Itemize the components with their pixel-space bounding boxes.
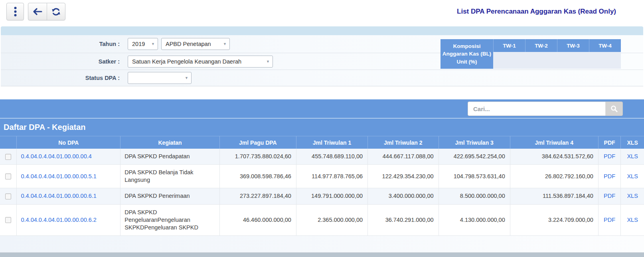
chevron-down-icon: ▼ <box>182 76 188 80</box>
kegiatan-cell: DPA SKPKD PengeluaranPengeluaran SKPKDPe… <box>121 204 220 235</box>
back-button[interactable] <box>28 3 47 20</box>
pagu-cell: 369.008.598.786,46 <box>219 165 296 188</box>
header-jml-triwulan-2[interactable]: Jml Triwulan 2 <box>368 136 439 149</box>
tab-tw-2[interactable]: TW-2 <box>525 39 557 52</box>
grid-title-bar: Daftar DPA - Kegiatan <box>0 118 644 136</box>
tw1-cell: 455.748.689.110,00 <box>296 149 367 165</box>
tw4-cell: 111.536.897.184,40 <box>510 188 598 204</box>
kebab-menu-icon <box>14 6 17 17</box>
tw4-cell: 26.802.792.160,00 <box>510 165 598 188</box>
tab-tw-4[interactable]: TW-4 <box>589 39 621 52</box>
tw2-cell: 3.400.000.000,00 <box>368 188 439 204</box>
header-pdf[interactable]: PDF <box>598 136 620 149</box>
table-row: 0.4.04.0.4.04.01.00.00.00.5.1 DPA SKPKD … <box>0 165 644 188</box>
header-checkbox-col <box>0 136 17 149</box>
search-button[interactable] <box>605 102 623 116</box>
kegiatan-cell: DPA SKPKD Belanja Tidak Langsung <box>121 165 220 188</box>
header-jml-triwulan-4[interactable]: Jml Triwulan 4 <box>510 136 598 149</box>
nav-button-group <box>28 3 65 20</box>
row-checkbox[interactable] <box>5 154 11 160</box>
tw1-cell: 2.365.000.000,00 <box>296 204 367 235</box>
dpa-table: No DPA Kegiatan Jml Pagu DPA Jml Triwula… <box>0 136 644 236</box>
dpa-number-link[interactable]: 0.4.04.0.4.04.01.00.00.00.6.1 <box>21 193 96 199</box>
xls-link[interactable]: XLS <box>627 217 638 223</box>
tw3-cell: 422.695.542.254,00 <box>439 149 510 165</box>
kegiatan-cell: DPA SKPKD Penerimaan <box>121 188 220 204</box>
header-xls[interactable]: XLS <box>621 136 644 149</box>
apbd-value: APBD Penetapan <box>166 41 211 47</box>
tw3-cell: 104.798.573.631,40 <box>439 165 510 188</box>
page-title: List DPA Perencanaan Agggaran Kas (Read … <box>457 8 616 16</box>
empty-footer-row <box>0 236 644 253</box>
satker-select[interactable]: Satuan Kerja Pengelola Keuangan Daerah ▼ <box>128 56 273 68</box>
dpa-number-link[interactable]: 0.4.04.0.4.04.01.00.00.00.5.1 <box>21 173 96 179</box>
status-dpa-select[interactable]: ▼ <box>128 72 192 84</box>
page: List DPA Perencanaan Agggaran Kas (Read … <box>0 0 644 257</box>
table-header-row: No DPA Kegiatan Jml Pagu DPA Jml Triwula… <box>0 136 644 149</box>
status-dpa-label: Status DPA : <box>1 75 124 81</box>
apbd-select[interactable]: APBD Penetapan ▼ <box>161 38 230 50</box>
header-kegiatan[interactable]: Kegiatan <box>121 136 220 149</box>
quarter-tabs: Komposisi Anggaran Kas (BL) Unit (%) TW-… <box>441 39 621 69</box>
filter-row-status: Status DPA : ▼ <box>1 70 643 86</box>
pdf-link[interactable]: PDF <box>604 153 615 159</box>
tw2-cell: 122.429.354.230,00 <box>368 165 439 188</box>
search-icon <box>610 105 618 113</box>
pdf-link[interactable]: PDF <box>604 217 615 223</box>
header-jml-triwulan-3[interactable]: Jml Triwulan 3 <box>439 136 510 149</box>
tw1-cell: 149.791.000.000,00 <box>296 188 367 204</box>
refresh-icon <box>51 7 61 17</box>
header-jml-pagu-dpa[interactable]: Jml Pagu DPA <box>219 136 296 149</box>
tab-komposisi-anggaran-kas[interactable]: Komposisi Anggaran Kas (BL) Unit (%) <box>441 39 493 69</box>
satker-label: Satker : <box>1 58 124 65</box>
panel-top-band <box>1 26 643 35</box>
pagu-cell: 1.707.735.880.024,60 <box>219 149 296 165</box>
pdf-link[interactable]: PDF <box>604 173 615 179</box>
table-row: 0.4.04.0.4.04.01.00.00.00.4 DPA SKPKD Pe… <box>0 149 644 165</box>
search-bar <box>0 99 644 118</box>
row-checkbox[interactable] <box>5 173 11 179</box>
tw4-cell: 3.224.709.000,00 <box>510 204 598 235</box>
tahun-label: Tahun : <box>1 41 124 47</box>
satker-value: Satuan Kerja Pengelola Keuangan Daerah <box>132 58 241 65</box>
chevron-down-icon: ▼ <box>148 42 155 46</box>
xls-link[interactable]: XLS <box>627 173 638 179</box>
arrow-left-icon <box>32 8 43 16</box>
header-no-dpa[interactable]: No DPA <box>17 136 121 149</box>
tw1-cell: 114.977.878.765,06 <box>296 165 367 188</box>
kegiatan-cell: DPA SKPKD Pendapatan <box>121 149 220 165</box>
menu-button[interactable] <box>6 3 24 20</box>
dpa-number-link[interactable]: 0.4.04.0.4.04.01.00.00.00.6.2 <box>21 217 96 223</box>
header-jml-triwulan-1[interactable]: Jml Triwulan 1 <box>296 136 367 149</box>
filter-panel: Tahun : 2019 ▼ APBD Penetapan ▼ Satker :… <box>1 35 643 86</box>
table-row: 0.4.04.0.4.04.01.00.00.00.6.1 DPA SKPKD … <box>0 188 644 204</box>
chevron-down-icon: ▼ <box>263 60 270 64</box>
pagu-cell: 46.460.000.000,00 <box>219 204 296 235</box>
xls-link[interactable]: XLS <box>627 153 638 159</box>
refresh-button[interactable] <box>47 3 65 20</box>
tw2-cell: 36.740.291.000,00 <box>368 204 439 235</box>
tw2-cell: 444.667.117.088,00 <box>368 149 439 165</box>
tw3-cell: 4.130.000.000,00 <box>439 204 510 235</box>
tab-panel-body <box>493 52 621 69</box>
bottom-edge-strip <box>0 253 644 257</box>
pagu-cell: 273.227.897.184,40 <box>219 188 296 204</box>
dpa-number-link[interactable]: 0.4.04.0.4.04.01.00.00.00.4 <box>21 153 91 159</box>
tab-tw-3[interactable]: TW-3 <box>557 39 589 52</box>
tahun-value: 2019 <box>132 41 145 47</box>
tahun-select[interactable]: 2019 ▼ <box>128 38 158 50</box>
search-input[interactable] <box>468 102 605 116</box>
tw-tabs-wrap: TW-1 TW-2 TW-3 TW-4 <box>493 39 621 69</box>
pdf-link[interactable]: PDF <box>604 193 615 199</box>
tw3-cell: 8.500.000.000,00 <box>439 188 510 204</box>
grid-title: Daftar DPA - Kegiatan <box>4 123 86 132</box>
chevron-down-icon: ▼ <box>220 42 227 46</box>
tab-tw-1[interactable]: TW-1 <box>493 39 525 52</box>
xls-link[interactable]: XLS <box>627 193 638 199</box>
row-checkbox[interactable] <box>5 217 11 223</box>
row-checkbox[interactable] <box>5 193 11 199</box>
top-toolbar: List DPA Perencanaan Agggaran Kas (Read … <box>0 0 644 23</box>
tw4-cell: 384.624.531.572,60 <box>510 149 598 165</box>
table-row: 0.4.04.0.4.04.01.00.00.00.6.2 DPA SKPKD … <box>0 204 644 235</box>
